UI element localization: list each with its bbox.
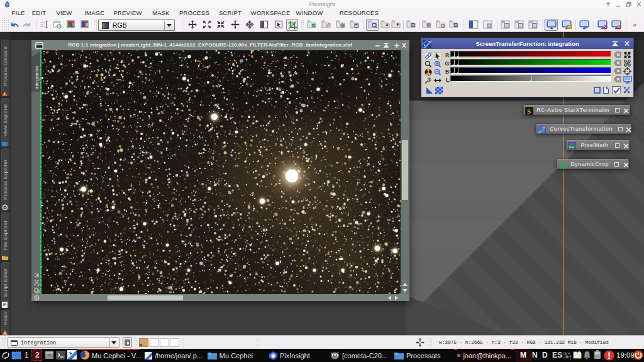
svg-text:S: S	[527, 107, 531, 115]
svg-text:x=: x=	[569, 145, 574, 149]
svg-text:30: 30	[567, 25, 571, 29]
